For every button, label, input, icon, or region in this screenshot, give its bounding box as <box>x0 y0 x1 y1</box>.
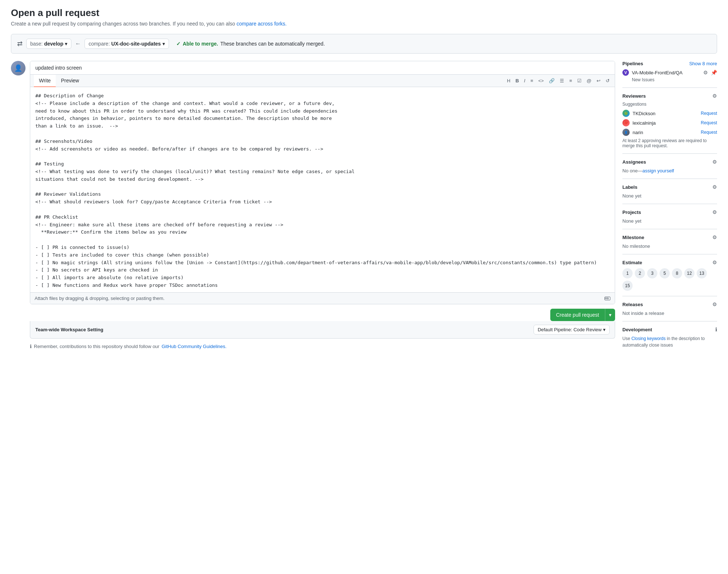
toolbar-task-list[interactable]: ☑ <box>576 77 583 84</box>
estimate-2[interactable]: 2 <box>635 268 645 278</box>
pipelines-section: Pipelines Show 8 more V VA-Mobile-FrontE… <box>622 61 717 88</box>
reviewer-info-1: 🟢 TKDickson <box>622 110 656 117</box>
releases-section: Releases ⚙ Not inside a release <box>622 296 717 321</box>
compare-branch-select[interactable]: compare: UX-doc-site-updates ▾ <box>84 39 169 49</box>
markdown-icon <box>605 297 610 300</box>
releases-value: Not inside a release <box>622 311 664 316</box>
reviewer-info-2: ❤️ lexicalninja <box>622 119 656 126</box>
milestone-header: Milestone ⚙ <box>622 234 717 240</box>
compare-label: compare: <box>88 41 110 47</box>
merge-status-bold: Able to merge. <box>183 41 218 47</box>
pr-title-input[interactable] <box>30 61 615 75</box>
reviewer-row-2: ❤️ lexicalninja Request <box>622 119 717 126</box>
estimate-5[interactable]: 5 <box>660 268 670 278</box>
info-icon[interactable]: ℹ <box>715 327 717 332</box>
toolbar-list-ordered[interactable]: ≡ <box>568 77 574 84</box>
reviewer-avatar-3: 👤 <box>622 129 630 136</box>
assignee-text: No one—assign yourself <box>622 168 674 173</box>
compare-forks-link[interactable]: compare across forks. <box>236 21 287 27</box>
reviewer-info-3: 👤 narin <box>622 129 643 136</box>
reviewers-gear-icon[interactable]: ⚙ <box>712 93 717 99</box>
projects-section: Projects ⚙ None yet <box>622 204 717 229</box>
milestone-value: No milestone <box>622 243 650 249</box>
review-note: At least 2 approving reviews are require… <box>622 138 717 148</box>
reviewer-name-2: lexicalninja <box>633 120 656 126</box>
base-branch-select[interactable]: base: develop ▾ <box>26 39 71 49</box>
toolbar-list-unordered[interactable]: ☰ <box>558 77 566 84</box>
branch-bar: ⇄ base: develop ▾ ← compare: UX-doc-site… <box>11 34 717 54</box>
chevron-down-icon-compare: ▾ <box>162 41 165 47</box>
avatar-image: 👤 <box>11 61 25 75</box>
toolbar-bold[interactable]: B <box>514 77 520 84</box>
toolbar: H B I ≡ <> 🔗 ☰ ≡ ☑ @ ↩ ↺ <box>505 76 611 86</box>
estimate-8[interactable]: 8 <box>672 268 682 278</box>
toolbar-italic[interactable]: I <box>523 77 527 84</box>
editor-container: Write Preview H B I ≡ <> 🔗 ☰ ≡ ☑ @ ↩ <box>30 61 615 304</box>
toolbar-quote[interactable]: ≡ <box>529 77 535 84</box>
estimate-1[interactable]: 1 <box>622 268 633 278</box>
page-title: Open a pull request <box>11 7 717 19</box>
show-more-link[interactable]: Show 8 more <box>689 61 717 66</box>
labels-title: Labels <box>622 184 637 190</box>
assignees-gear-icon[interactable]: ⚙ <box>712 159 717 165</box>
estimate-gear-icon[interactable]: ⚙ <box>712 259 717 265</box>
reviewers-title: Reviewers <box>622 93 646 99</box>
projects-gear-icon[interactable]: ⚙ <box>712 209 717 215</box>
estimate-15[interactable]: 15 <box>622 281 633 291</box>
pipeline-name: V VA-Mobile-FrontEnd/QA <box>622 69 682 76</box>
reviewer-name-1: TKDickson <box>633 111 656 116</box>
create-pull-request-dropdown[interactable]: ▾ <box>605 309 615 321</box>
releases-gear-icon[interactable]: ⚙ <box>712 301 717 307</box>
tab-write[interactable]: Write <box>34 75 56 87</box>
reviewer-name-3: narin <box>633 130 643 135</box>
attach-text: Attach files by dragging & dropping, sel… <box>35 296 165 301</box>
projects-header: Projects ⚙ <box>622 209 717 215</box>
assignees-section: Assignees ⚙ No one—assign yourself <box>622 154 717 179</box>
branch-icon: ⇄ <box>17 40 23 48</box>
toolbar-mention[interactable]: @ <box>585 77 593 84</box>
subtitle-text: Create a new pull request by comparing c… <box>11 21 235 27</box>
right-sidebar: Pipelines Show 8 more V VA-Mobile-FrontE… <box>622 61 717 348</box>
milestone-gear-icon[interactable]: ⚙ <box>712 234 717 240</box>
toolbar-redo[interactable]: ↩ <box>595 77 602 84</box>
dev-note: Use Closing keywords in the description … <box>622 335 717 348</box>
pipeline-default-text: Default Pipeline: Code Review <box>538 327 602 332</box>
footer-note: ℹ Remember, contributions to this reposi… <box>30 344 615 349</box>
pipelines-title: Pipelines <box>622 61 643 66</box>
page-subtitle: Create a new pull request by comparing c… <box>11 21 717 27</box>
projects-none: None yet <box>622 218 641 224</box>
estimate-12[interactable]: 12 <box>684 268 694 278</box>
closing-keywords-link[interactable]: Closing keywords <box>631 336 666 341</box>
workspace-bar: Team-wide Workspace Setting Default Pipe… <box>30 321 615 339</box>
request-link-3[interactable]: Request <box>701 130 717 135</box>
create-pull-request-button[interactable]: Create pull request <box>550 309 605 321</box>
editor-tabs: Write Preview H B I ≡ <> 🔗 ☰ ≡ ☑ @ ↩ <box>30 75 615 87</box>
estimate-pills: 1 2 3 5 8 12 13 15 <box>622 268 717 291</box>
milestone-section: Milestone ⚙ No milestone <box>622 229 717 254</box>
merge-status-note: These branches can be automatically merg… <box>220 41 325 47</box>
assignees-header: Assignees ⚙ <box>622 159 717 165</box>
community-guidelines-link[interactable]: GitHub Community Guidelines. <box>162 344 227 349</box>
toolbar-code[interactable]: <> <box>537 77 545 84</box>
request-link-1[interactable]: Request <box>701 111 717 116</box>
pipeline-gear-icon[interactable]: ⚙ <box>703 70 708 75</box>
editor-footer: Attach files by dragging & dropping, sel… <box>30 292 615 304</box>
pipeline-pin-icon[interactable]: 📌 <box>711 70 717 75</box>
reviewer-row-1: 🟢 TKDickson Request <box>622 110 717 117</box>
pr-body-textarea[interactable]: ## Description of Change <!-- Please inc… <box>30 87 615 291</box>
editor-wrapper: Write Preview H B I ≡ <> 🔗 ☰ ≡ ☑ @ ↩ <box>30 61 615 349</box>
projects-title: Projects <box>622 210 641 215</box>
labels-section: Labels ⚙ None yet <box>622 179 717 204</box>
avatar: 👤 <box>11 61 25 75</box>
assign-yourself-link[interactable]: assign yourself <box>642 168 674 173</box>
toolbar-undo[interactable]: ↺ <box>604 77 611 84</box>
toolbar-link[interactable]: 🔗 <box>547 77 556 84</box>
estimate-3[interactable]: 3 <box>647 268 657 278</box>
tab-preview[interactable]: Preview <box>56 75 84 87</box>
request-link-2[interactable]: Request <box>701 120 717 125</box>
reviewers-header: Reviewers ⚙ <box>622 93 717 99</box>
toolbar-heading[interactable]: H <box>505 77 512 84</box>
estimate-13[interactable]: 13 <box>697 268 707 278</box>
pipeline-select[interactable]: Default Pipeline: Code Review ▾ <box>534 325 610 335</box>
labels-gear-icon[interactable]: ⚙ <box>712 184 717 190</box>
